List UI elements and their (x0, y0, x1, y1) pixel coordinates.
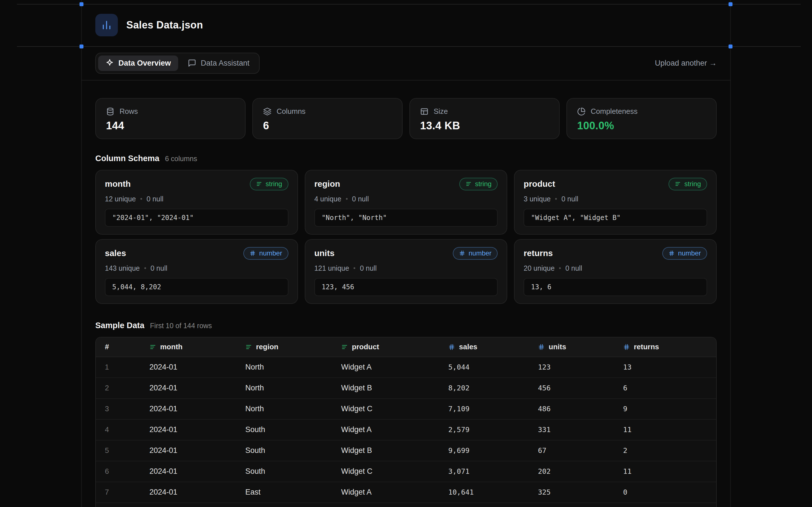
sample-table: #monthregionproductsalesunitsreturns 120… (95, 337, 717, 507)
table-row: 72024-01EastWidget A10,6413250 (96, 482, 716, 503)
type-badge: string (250, 178, 289, 190)
column-schema-title: Column Schema (95, 154, 159, 163)
panel-right-border (730, 0, 731, 507)
col-header-sales[interactable]: sales (439, 342, 529, 351)
null-count: 0 null (561, 195, 578, 203)
table-row: 32024-01NorthWidget C7,1094869 (96, 399, 716, 420)
cell-sales: 9,699 (439, 446, 529, 455)
sample-values: "2024-01", "2024-01" (105, 209, 289, 227)
selection-handle-bottom-left[interactable] (80, 45, 84, 48)
col-header-product[interactable]: product (332, 342, 439, 351)
cell-index: 1 (96, 363, 140, 372)
null-count: 0 null (352, 195, 369, 203)
cell-units: 486 (529, 405, 614, 413)
column-name: region (314, 179, 340, 189)
cell-month: 2024-01 (140, 404, 236, 413)
tab-label: Data Assistant (201, 59, 250, 68)
stat-label: Columns (276, 107, 306, 116)
selection-handle-bottom-right[interactable] (728, 45, 732, 48)
sample-values: 123, 456 (314, 278, 498, 296)
table-row: 22024-01NorthWidget B8,2024566 (96, 378, 716, 399)
table-row: 52024-01SouthWidget B9,699672 (96, 441, 716, 461)
stat-label: Rows (119, 107, 138, 116)
column-name: returns (523, 248, 553, 258)
schema-card-region: region string 4 unique 0 null "North", "… (305, 170, 507, 235)
cell-region: North (236, 384, 332, 392)
cell-returns: 6 (614, 384, 716, 392)
selection-handle-top-right[interactable] (728, 2, 732, 6)
col-header-month[interactable]: month (140, 342, 236, 351)
col-header-label: region (256, 342, 278, 351)
stat-label: Completeness (591, 107, 638, 116)
selection-handle-top-left[interactable] (80, 2, 84, 6)
cell-sales: 7,109 (439, 405, 529, 413)
type-label: string (475, 180, 492, 188)
cell-returns: 11 (614, 426, 716, 434)
cell-month: 2024-01 (140, 488, 236, 497)
col-header-label: returns (634, 342, 659, 351)
stat-value: 6 (263, 120, 392, 132)
col-header-label: sales (459, 342, 477, 351)
dot-separator (559, 267, 561, 269)
tab-data-assistant[interactable]: Data Assistant (181, 55, 257, 71)
null-count: 0 null (565, 264, 582, 272)
tab-data-overview[interactable]: Data Overview (98, 55, 178, 71)
type-label: number (678, 249, 701, 258)
column-name: month (105, 179, 131, 189)
sample-values: 13, 6 (523, 278, 707, 296)
layers-icon (263, 107, 271, 116)
text-type-icon (465, 181, 472, 187)
type-badge: number (243, 247, 288, 260)
cell-month: 2024-01 (140, 467, 236, 476)
dot-separator (555, 198, 557, 200)
type-label: number (469, 249, 492, 258)
file-title: Sales Data.json (126, 19, 203, 31)
cell-returns: 9 (614, 405, 716, 413)
database-icon (106, 107, 114, 116)
table-row: 82024-01EastWidget B7,3942183 (96, 503, 716, 507)
cell-returns: 11 (614, 467, 716, 475)
cell-index: 2 (96, 384, 140, 392)
number-type-icon (459, 250, 465, 256)
schema-card-product: product string 3 unique 0 null "Widget A… (514, 170, 717, 235)
main-content: Rows 144 Columns 6 Size 13.4 KB Complete… (82, 80, 730, 507)
cell-product: Widget B (332, 446, 439, 455)
type-label: string (684, 180, 701, 188)
cell-region: South (236, 425, 332, 434)
number-type-icon (623, 344, 630, 350)
cell-region: North (236, 363, 332, 372)
upload-another-link[interactable]: Upload another → (655, 59, 717, 68)
cell-units: 325 (529, 488, 614, 496)
column-schema-subtitle: 6 columns (165, 155, 197, 163)
cell-units: 67 (529, 446, 614, 455)
cell-sales: 10,641 (439, 488, 529, 496)
col-header-label: product (352, 342, 379, 351)
col-header-returns[interactable]: returns (614, 342, 716, 351)
unique-count: 12 unique (105, 195, 136, 203)
text-type-icon (245, 344, 252, 350)
cell-product: Widget A (332, 363, 439, 372)
unique-count: 4 unique (314, 195, 342, 203)
cell-sales: 3,071 (439, 467, 529, 475)
tab-bar: Data Overview Data Assistant (95, 53, 260, 74)
sample-values: "Widget A", "Widget B" (523, 209, 707, 227)
text-type-icon (341, 344, 348, 350)
col-header-units[interactable]: units (529, 342, 614, 351)
type-badge: number (453, 247, 498, 260)
cell-month: 2024-01 (140, 363, 236, 372)
type-badge: string (459, 178, 498, 190)
col-header-region[interactable]: region (236, 342, 332, 351)
col-header-index[interactable]: # (96, 342, 140, 351)
sample-values: 5,044, 8,202 (105, 278, 289, 296)
table-row: 12024-01NorthWidget A5,04412313 (96, 357, 716, 378)
sample-data-section-head: Sample Data First 10 of 144 rows (95, 321, 717, 330)
cell-month: 2024-01 (140, 384, 236, 392)
table-icon (420, 107, 428, 116)
number-type-icon (538, 344, 545, 350)
stat-value: 100.0% (577, 120, 706, 132)
dot-separator (140, 198, 142, 200)
sample-values: "North", "North" (314, 209, 498, 227)
cell-region: East (236, 488, 332, 497)
cell-product: Widget B (332, 384, 439, 392)
cell-index: 4 (96, 425, 140, 434)
